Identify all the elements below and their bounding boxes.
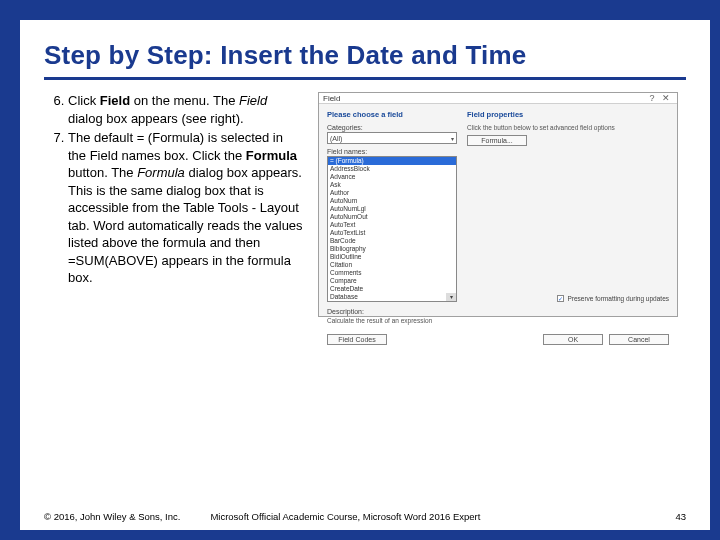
- dialog-right-pane: Field properties Click the button below …: [467, 110, 669, 302]
- list-item[interactable]: BarCode: [328, 237, 456, 245]
- list-item[interactable]: Comments: [328, 269, 456, 277]
- formula-button[interactable]: Formula...: [467, 135, 527, 146]
- fieldnames-label: Field names:: [327, 148, 457, 155]
- preserve-formatting-checkbox[interactable]: ✓ Preserve formatting during updates: [467, 295, 669, 302]
- description-label: Description:: [327, 308, 669, 315]
- help-icon[interactable]: ?: [645, 93, 659, 103]
- checkbox-icon: ✓: [557, 295, 564, 302]
- field-properties-heading: Field properties: [467, 110, 669, 119]
- categories-label: Categories:: [327, 124, 457, 131]
- course-text: Microsoft Official Academic Course, Micr…: [210, 511, 480, 522]
- list-item[interactable]: Author: [328, 189, 456, 197]
- description-text: Calculate the result of an expression: [327, 315, 669, 328]
- dialog-column: Field ? ✕ Please choose a field Categori…: [318, 92, 686, 317]
- close-icon[interactable]: ✕: [659, 93, 673, 103]
- list-item[interactable]: Citation: [328, 261, 456, 269]
- slide-body: Click Field on the menu. The Field dialo…: [44, 92, 686, 317]
- categories-select[interactable]: (All) ▾: [327, 132, 457, 144]
- dialog-left-pane: Please choose a field Categories: (All) …: [327, 110, 457, 302]
- step-6: Click Field on the menu. The Field dialo…: [68, 92, 304, 127]
- slide: Step by Step: Insert the Date and Time C…: [20, 20, 710, 530]
- list-item[interactable]: BidiOutline: [328, 253, 456, 261]
- slide-frame: Step by Step: Insert the Date and Time C…: [0, 0, 720, 540]
- list-item[interactable]: AutoNum: [328, 197, 456, 205]
- fieldnames-listbox[interactable]: = (Formula) AddressBlock Advance Ask Aut…: [327, 156, 457, 302]
- chevron-down-icon[interactable]: ▾: [446, 293, 456, 301]
- dialog-title: Field: [323, 94, 645, 103]
- list-item[interactable]: Bibliography: [328, 245, 456, 253]
- field-codes-button[interactable]: Field Codes: [327, 334, 387, 345]
- field-dialog: Field ? ✕ Please choose a field Categori…: [318, 92, 678, 317]
- list-item[interactable]: AddressBlock: [328, 165, 456, 173]
- list-item[interactable]: Compare: [328, 277, 456, 285]
- ok-button[interactable]: OK: [543, 334, 603, 345]
- list-item[interactable]: = (Formula): [328, 157, 456, 165]
- step-list: Click Field on the menu. The Field dialo…: [44, 92, 304, 287]
- list-item[interactable]: AutoText: [328, 221, 456, 229]
- list-item[interactable]: Database: [328, 293, 456, 301]
- cancel-button[interactable]: Cancel: [609, 334, 669, 345]
- list-item[interactable]: AutoNumLgl: [328, 205, 456, 213]
- choose-field-heading: Please choose a field: [327, 110, 457, 119]
- list-item[interactable]: AutoTextList: [328, 229, 456, 237]
- list-item[interactable]: CreateDate: [328, 285, 456, 293]
- field-properties-hint: Click the button below to set advanced f…: [467, 124, 669, 131]
- categories-value: (All): [330, 135, 342, 142]
- list-item[interactable]: AutoNumOut: [328, 213, 456, 221]
- list-item[interactable]: Advance: [328, 173, 456, 181]
- slide-footer: © 2016, John Wiley & Sons, Inc. Microsof…: [44, 511, 686, 522]
- instruction-text: Click Field on the menu. The Field dialo…: [44, 92, 304, 317]
- preserve-label: Preserve formatting during updates: [567, 295, 669, 302]
- dialog-titlebar: Field ? ✕: [319, 93, 677, 104]
- slide-title: Step by Step: Insert the Date and Time: [44, 40, 686, 71]
- chevron-down-icon: ▾: [451, 135, 454, 142]
- description-row: Description: Calculate the result of an …: [319, 306, 677, 330]
- dialog-footer: Field Codes OK Cancel: [319, 330, 677, 351]
- list-item[interactable]: Ask: [328, 181, 456, 189]
- copyright-text: © 2016, John Wiley & Sons, Inc.: [44, 511, 180, 522]
- title-rule: [44, 77, 686, 80]
- step-7: The default = (Formula) is selected in t…: [68, 129, 304, 287]
- page-number: 43: [675, 511, 686, 522]
- dialog-content: Please choose a field Categories: (All) …: [319, 104, 677, 306]
